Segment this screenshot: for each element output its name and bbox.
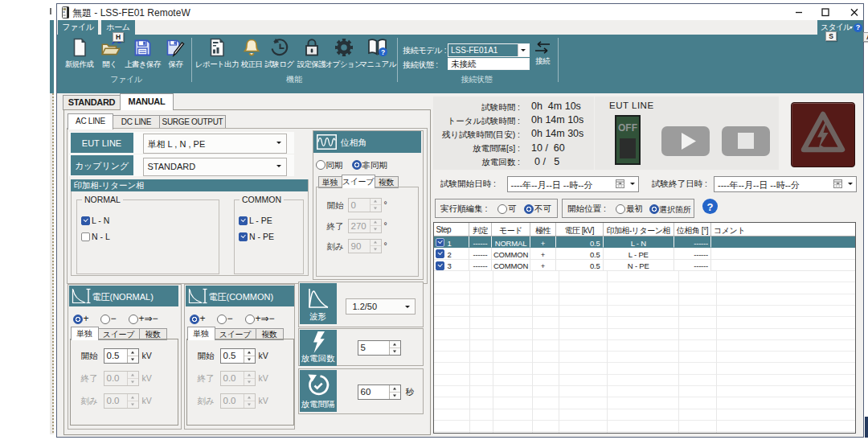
- ribbon-button-test-log[interactable]: 試験ログ: [264, 38, 296, 78]
- tab-file[interactable]: ファイル: [58, 20, 98, 35]
- connect-model-combo[interactable]: LSS-FE01A1: [448, 43, 530, 57]
- ribbon-button-overwrite-save[interactable]: 上書き保存: [123, 38, 162, 78]
- spin-up[interactable]: [390, 341, 400, 348]
- test-start-datetime-field[interactable]: ----年--月--日 --時--分: [507, 176, 639, 192]
- spin-down[interactable]: [390, 348, 400, 355]
- spin-up[interactable]: [371, 240, 381, 247]
- vn-radio-minus[interactable]: [100, 315, 110, 324]
- ribbon-button-calibration[interactable]: 校正日: [239, 38, 264, 78]
- spin-up[interactable]: [244, 372, 255, 379]
- spin-down[interactable]: [244, 356, 255, 363]
- table-row[interactable]: 1 ------ NORMAL + 0.5 L - N ------: [434, 236, 855, 248]
- vc-radio-minus[interactable]: [217, 315, 227, 324]
- table-row[interactable]: 3 ------ COMMON + 0.5 N - PE ------: [434, 260, 855, 271]
- waveform-combo[interactable]: 1.2/50: [346, 298, 416, 315]
- col-judge[interactable]: 判定: [469, 223, 492, 236]
- table-row[interactable]: 2 ------ COMMON + 0.5 L - PE ------: [434, 248, 855, 259]
- checkbox-l-pe[interactable]: [239, 216, 248, 225]
- phase-end-spinner[interactable]: 270: [348, 219, 382, 233]
- spin-down[interactable]: [128, 401, 138, 408]
- spin-down[interactable]: [128, 379, 138, 385]
- radio-startpos-selected[interactable]: [649, 204, 659, 214]
- radio-startpos-first[interactable]: [616, 204, 625, 214]
- eut-line-switch[interactable]: OFF: [615, 115, 641, 165]
- table-help-button[interactable]: ?: [702, 199, 718, 214]
- row-checkbox[interactable]: [436, 249, 444, 258]
- row-checkbox[interactable]: [436, 238, 444, 247]
- discharge-count-spinner[interactable]: 5: [358, 340, 401, 356]
- style-button[interactable]: スタイル: [817, 20, 856, 35]
- phase-step-spinner[interactable]: 90: [348, 239, 382, 253]
- start-test-button[interactable]: [661, 126, 710, 156]
- spin-down[interactable]: [371, 205, 381, 212]
- ribbon-button-protect[interactable]: 設定保護: [294, 38, 330, 78]
- coupling-combo[interactable]: STANDARD: [143, 158, 287, 176]
- test-end-datetime-field[interactable]: ----年--月--日 --時--分: [714, 176, 857, 192]
- spin-down[interactable]: [244, 379, 255, 385]
- radio-sync[interactable]: [316, 160, 326, 170]
- spin-up[interactable]: [390, 385, 400, 393]
- eut-line-combo[interactable]: 単相 L , N , PE: [143, 134, 287, 154]
- spin-up[interactable]: [244, 394, 255, 401]
- phase-start-spinner[interactable]: 0: [348, 198, 382, 212]
- minimize-button[interactable]: [787, 6, 811, 19]
- radio-order-allow[interactable]: [497, 204, 507, 214]
- col-phase[interactable]: 印加相-リターン相: [604, 223, 675, 236]
- checkbox-n-pe[interactable]: [239, 232, 248, 241]
- col-polarity[interactable]: 極性: [530, 223, 556, 236]
- col-comment[interactable]: コメント: [711, 223, 855, 236]
- ribbon-button-options[interactable]: オプション: [328, 38, 360, 78]
- vn-end-spinner[interactable]: 0.0: [104, 371, 139, 386]
- ribbon-button-connect[interactable]: 接続: [533, 41, 552, 81]
- radio-order-deny[interactable]: [524, 204, 534, 214]
- col-angle[interactable]: 位相角 [°]: [674, 223, 711, 236]
- vn-tab-single[interactable]: 単独: [71, 327, 99, 340]
- ribbon-button-open[interactable]: 開く: [100, 38, 120, 78]
- checkbox-l-n[interactable]: [81, 216, 90, 225]
- phase-angle-tab-sweep[interactable]: スイープ: [342, 175, 375, 188]
- spin-down[interactable]: [371, 246, 381, 253]
- spin-up[interactable]: [128, 349, 138, 356]
- vn-step-spinner[interactable]: 0.0: [104, 393, 139, 409]
- radio-async[interactable]: [352, 160, 362, 170]
- close-button[interactable]: [842, 6, 866, 19]
- col-step[interactable]: Step: [434, 223, 470, 236]
- ribbon-button-new[interactable]: 新規作成: [62, 38, 97, 78]
- spin-up[interactable]: [371, 220, 381, 227]
- vn-start-spinner[interactable]: 0.5: [104, 348, 139, 364]
- connect-status-field[interactable]: 未接続: [448, 58, 530, 71]
- spin-up[interactable]: [244, 349, 255, 356]
- spin-down[interactable]: [128, 356, 138, 363]
- vc-radio-plus[interactable]: [190, 315, 199, 324]
- col-mode[interactable]: モード: [492, 223, 530, 236]
- ribbon-help-button[interactable]: ?: [856, 20, 863, 35]
- vc-tab-single[interactable]: 単独: [187, 327, 215, 340]
- subtab-ac-line[interactable]: AC LINE: [68, 113, 113, 130]
- maximize-button[interactable]: [813, 6, 837, 19]
- row-checkbox[interactable]: [436, 261, 444, 270]
- discharge-interval-spinner[interactable]: 60: [358, 384, 401, 400]
- spin-down[interactable]: [244, 401, 255, 408]
- vc-start-spinner[interactable]: 0.5: [220, 348, 256, 364]
- stop-test-button[interactable]: [722, 126, 770, 156]
- combo-dropdown-button[interactable]: [273, 158, 286, 175]
- tab-manual[interactable]: MANUAL: [120, 93, 174, 110]
- spin-up[interactable]: [128, 372, 138, 379]
- combo-dropdown-button[interactable]: [518, 44, 529, 56]
- checkbox-n-l[interactable]: [81, 232, 90, 241]
- combo-dropdown-button[interactable]: [273, 134, 286, 153]
- tab-standard[interactable]: STANDARD: [63, 95, 121, 110]
- col-voltage[interactable]: 電圧 [kV]: [556, 223, 604, 236]
- spin-up[interactable]: [371, 199, 381, 206]
- vn-radio-plus[interactable]: [73, 315, 83, 324]
- ribbon-button-manual[interactable]: ? マニュアル: [362, 38, 394, 78]
- ribbon-button-save[interactable]: 保存: [166, 38, 186, 78]
- ribbon-button-report[interactable]: レポート出力: [196, 38, 239, 78]
- spin-down[interactable]: [390, 393, 400, 399]
- spin-up[interactable]: [128, 394, 138, 401]
- vn-radio-pm[interactable]: [129, 315, 138, 324]
- vc-step-spinner[interactable]: 0.0: [220, 393, 256, 409]
- vc-radio-pm[interactable]: [245, 315, 255, 324]
- vc-end-spinner[interactable]: 0.0: [220, 371, 256, 386]
- spin-down[interactable]: [371, 226, 381, 232]
